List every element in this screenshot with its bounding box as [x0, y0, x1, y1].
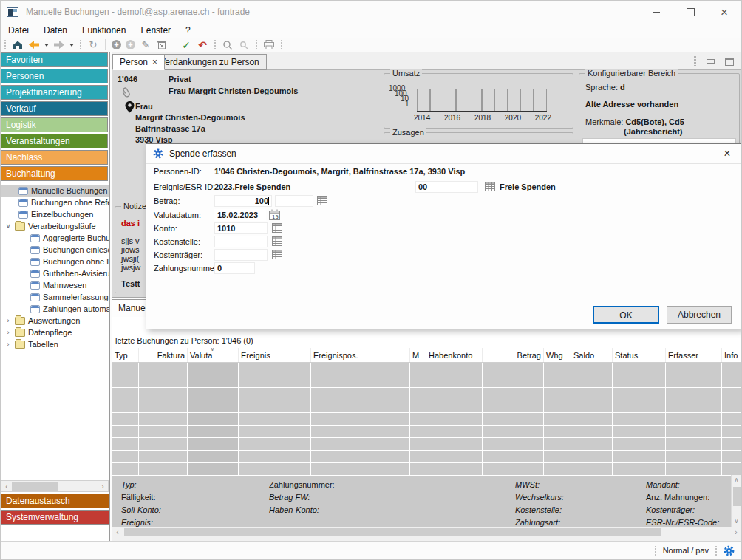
- column-header-faktura[interactable]: Faktura: [139, 348, 188, 362]
- column-header-ereignis[interactable]: Ereignis: [239, 348, 311, 362]
- add-icon[interactable]: +: [112, 40, 121, 49]
- chevron-right-icon[interactable]: ›: [4, 329, 12, 336]
- settings-gear-icon[interactable]: [724, 545, 735, 556]
- table-row[interactable]: [112, 463, 741, 476]
- menu-datei[interactable]: Datei: [1, 24, 36, 37]
- search-detail-icon[interactable]: [238, 39, 250, 51]
- maximize-pane-icon[interactable]: [725, 58, 734, 66]
- scroll-right-icon[interactable]: ›: [731, 528, 741, 536]
- search-icon[interactable]: [222, 39, 234, 51]
- lookup-grid-icon[interactable]: [272, 236, 282, 246]
- forward-icon[interactable]: [53, 39, 65, 51]
- table-row[interactable]: [112, 438, 741, 451]
- betrag-field[interactable]: 100: [214, 195, 272, 207]
- paperclip-icon[interactable]: [122, 86, 132, 98]
- sidebar-item-buchhaltung[interactable]: Buchhaltung: [1, 166, 108, 181]
- tree-item-buchungen-ohne-r[interactable]: Buchungen ohne R: [1, 256, 109, 267]
- calendar-icon[interactable]: 15: [269, 209, 280, 220]
- menu-daten[interactable]: Daten: [36, 24, 75, 37]
- tree-item-aggregierte-buchungen[interactable]: Aggregierte Buchun: [1, 232, 109, 244]
- tree-item-auswertungen[interactable]: ›Auswertungen: [1, 315, 109, 327]
- column-header-status[interactable]: Status: [613, 348, 666, 362]
- table-row[interactable]: [112, 388, 741, 400]
- scroll-up-icon[interactable]: ∧: [732, 475, 741, 485]
- float-pane-icon[interactable]: [707, 59, 715, 64]
- dialog-close-icon[interactable]: ×: [720, 147, 735, 160]
- column-header-erfasser[interactable]: Erfasser: [666, 348, 722, 362]
- tree-item-manuelle-buchungen[interactable]: Manuelle Buchungen: [1, 185, 109, 197]
- betrag-secondary-field[interactable]: [275, 195, 313, 207]
- column-header-habenkonto[interactable]: Habenkonto: [426, 348, 483, 362]
- tree-item-mahnwesen[interactable]: Mahnwesen: [1, 279, 109, 291]
- sidebar-item-favoriten[interactable]: Favoriten: [1, 52, 108, 67]
- sidebar-item-veranstaltungen[interactable]: Veranstaltungen: [1, 134, 108, 148]
- lookup-grid-icon[interactable]: [272, 223, 282, 233]
- tree-item-einzelbuchungen[interactable]: Einzelbuchungen: [1, 208, 109, 220]
- tree-item-verarbeitungslaeufe[interactable]: ∨Verarbeitungsläufe: [1, 220, 109, 232]
- refresh-icon[interactable]: ↻: [87, 39, 99, 51]
- tree-item-sammelerfassung[interactable]: Sammelerfassung S: [1, 291, 109, 303]
- column-header-valuta[interactable]: ∨Valuta: [188, 348, 239, 362]
- delete-icon[interactable]: [156, 39, 168, 51]
- sidebar-item-verkauf[interactable]: Verkauf: [1, 101, 108, 116]
- column-header-ereignispos[interactable]: Ereignispos.: [311, 348, 410, 362]
- zahlungsnummer-field[interactable]: 0: [214, 262, 255, 274]
- edit-icon[interactable]: ✎: [140, 39, 152, 51]
- column-header-whg[interactable]: Whg: [544, 348, 571, 362]
- kostentraeger-field[interactable]: [214, 249, 268, 261]
- tree-item-tabellen[interactable]: ›Tabellen: [1, 338, 109, 350]
- tree-item-guthaben-avisierung[interactable]: Guthaben-Avisieru: [1, 267, 109, 279]
- more-options-icon[interactable]: [694, 55, 696, 67]
- esr-id-field[interactable]: 00: [415, 181, 478, 193]
- tab-person[interactable]: Person ×: [112, 54, 165, 70]
- tree-item-zahlungen-automatisch[interactable]: Zahlungen automat: [1, 303, 109, 315]
- back-history-icon[interactable]: [44, 44, 49, 47]
- home-icon[interactable]: [12, 39, 24, 51]
- column-header-betrag[interactable]: Betrag: [483, 348, 544, 362]
- minimize-icon[interactable]: [639, 1, 673, 23]
- lookup-grid-icon[interactable]: [485, 182, 495, 191]
- lookup-grid-icon[interactable]: [317, 196, 327, 205]
- undo-icon[interactable]: ↶: [197, 39, 208, 51]
- maximize-icon[interactable]: [673, 1, 707, 23]
- konto-field[interactable]: 1010: [214, 222, 268, 234]
- forward-history-icon[interactable]: [69, 44, 74, 47]
- tree-item-buchungen-ohne-referenz[interactable]: Buchungen ohne Refe: [1, 197, 109, 208]
- sidebar-horizontal-scrollbar[interactable]: ‹ ›: [1, 480, 109, 492]
- sidebar-item-nachlass[interactable]: Nachlass: [1, 150, 108, 165]
- scroll-left-icon[interactable]: ‹: [112, 528, 123, 536]
- main-horizontal-scrollbar[interactable]: ‹ ›: [112, 527, 741, 538]
- scrollbar-thumb[interactable]: [124, 528, 661, 536]
- table-row[interactable]: [112, 426, 741, 438]
- sidebar-item-systemverwaltung[interactable]: Systemverwaltung: [1, 510, 109, 525]
- lookup-grid-icon[interactable]: [272, 250, 282, 259]
- add-secondary-icon[interactable]: +: [126, 40, 135, 49]
- sidebar-item-projektfinanzierung[interactable]: Projektfinanzierung: [1, 85, 108, 100]
- cancel-button[interactable]: Abbrechen: [667, 306, 732, 324]
- table-row[interactable]: [112, 400, 741, 413]
- close-icon[interactable]: [707, 1, 741, 23]
- sidebar-item-datenaustausch[interactable]: Datenaustausch: [1, 494, 109, 508]
- confirm-icon[interactable]: ✓: [180, 39, 192, 51]
- chevron-right-icon[interactable]: ›: [4, 317, 12, 324]
- column-header-m[interactable]: M: [410, 348, 426, 362]
- tree-item-buchungen-einlesen[interactable]: Buchungen einlese: [1, 244, 109, 256]
- scrollbar-thumb[interactable]: [733, 487, 741, 506]
- tree-item-datenpflege[interactable]: ›Datenpflege: [1, 327, 109, 338]
- tab-close-icon[interactable]: ×: [152, 57, 157, 67]
- menu-help[interactable]: ?: [178, 24, 198, 37]
- details-vertical-scrollbar[interactable]: ∧ ∨: [731, 475, 741, 527]
- table-row[interactable]: [112, 413, 741, 426]
- column-header-info[interactable]: Info: [722, 348, 741, 362]
- scroll-right-icon[interactable]: ›: [98, 482, 108, 491]
- valutadatum-field[interactable]: 15.02.2023: [214, 209, 266, 221]
- column-header-typ[interactable]: Typ: [112, 348, 139, 362]
- scroll-down-icon[interactable]: ∨: [732, 516, 741, 527]
- menu-funktionen[interactable]: Funktionen: [75, 24, 133, 37]
- tab-verdankungen[interactable]: Verdankungen zu Person: [153, 54, 267, 70]
- chevron-down-icon[interactable]: ∨: [4, 222, 12, 230]
- table-row[interactable]: [112, 375, 741, 388]
- scroll-left-icon[interactable]: ‹: [1, 482, 12, 491]
- kostenstelle-field[interactable]: [214, 236, 268, 247]
- sidebar-item-personen[interactable]: Personen: [1, 69, 108, 83]
